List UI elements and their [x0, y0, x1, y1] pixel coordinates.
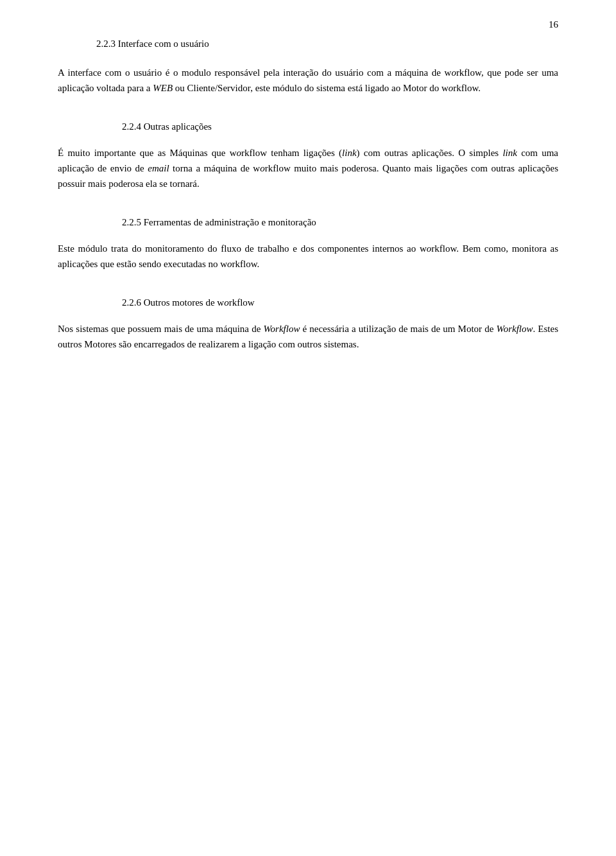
section-heading-2-2-6: 2.2.6 Outros motores de workflow: [58, 297, 558, 308]
section-heading-2-2-3: 2.2.3 Interface com o usuário: [58, 39, 558, 49]
section-2-2-6-paragraph-1: Nos sistemas que possuem mais de uma máq…: [58, 321, 558, 352]
section-heading-2-2-4: 2.2.4 Outras aplicações: [58, 121, 558, 132]
section-2-2-3-paragraph: A interface com o usuário é o modulo res…: [58, 65, 558, 96]
section-2-2-5: 2.2.5 Ferramentas de administração e mon…: [58, 217, 558, 272]
section-2-2-6: 2.2.6 Outros motores de workflow Nos sis…: [58, 297, 558, 352]
section-2-2-4-paragraph-1: É muito importante que as Máquinas que w…: [58, 145, 558, 191]
section-heading-2-2-5: 2.2.5 Ferramentas de administração e mon…: [58, 217, 558, 228]
page-number: 16: [549, 19, 558, 30]
section-2-2-5-paragraph-1: Este módulo trata do monitoramento do fl…: [58, 241, 558, 272]
section-2-2-3: 2.2.3 Interface com o usuário A interfac…: [58, 39, 558, 96]
page: 16 2.2.3 Interface com o usuário A inter…: [0, 0, 616, 856]
section-2-2-4: 2.2.4 Outras aplicações É muito importan…: [58, 121, 558, 191]
